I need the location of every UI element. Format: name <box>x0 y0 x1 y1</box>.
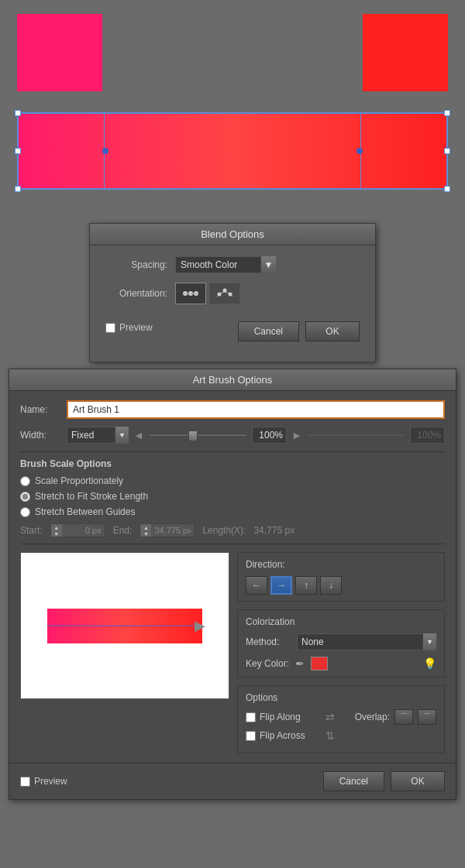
start-input[interactable] <box>62 524 105 537</box>
bottom-section: ▶ Direction: ← → ↑ ↓ Colorizatio <box>20 552 445 753</box>
width-slider-track[interactable] <box>149 434 247 437</box>
artbrush-preview-text: Preview <box>34 776 67 787</box>
blend-cancel-button[interactable]: Cancel <box>238 321 299 341</box>
flip-along-row: Flip Along ⇄ Overlap: ⌒ ⌒ <box>246 709 436 725</box>
handle-br <box>444 186 450 192</box>
brush-scale-title: Brush Scale Options <box>20 458 445 469</box>
artbrush-ok-button[interactable]: OK <box>391 771 445 791</box>
scale-prop-option[interactable]: Scale Proportionately <box>20 475 445 486</box>
separator-2 <box>20 544 445 544</box>
direction-title: Direction: <box>246 559 436 570</box>
overlap-section: Overlap: ⌒ ⌒ <box>355 709 436 725</box>
preview-arrow-icon: ▶ <box>195 617 205 634</box>
dir-left-button[interactable]: ← <box>246 576 267 595</box>
start-end-row: Start: ▲ ▼ End: ▲ ▼ Length(X): 34,775 px <box>20 523 445 537</box>
handle-mr <box>444 148 450 154</box>
anchor-dot-left <box>102 148 108 154</box>
spacing-row: Spacing: Smooth Color Specified Steps Sp… <box>105 256 360 273</box>
dir-right-button[interactable]: → <box>270 576 292 595</box>
artbrush-cancel-button[interactable]: Cancel <box>323 771 384 791</box>
stretch-stroke-option[interactable]: Stretch to Fit Stroke Length <box>20 491 445 502</box>
key-color-row: Key Color: ✒ 💡 <box>246 657 436 671</box>
key-color-swatch[interactable] <box>311 657 328 671</box>
artbrush-dialog-buttons: Cancel OK <box>323 771 445 791</box>
scale-prop-label: Scale Proportionately <box>35 475 123 486</box>
orient-btn-page[interactable] <box>175 283 206 304</box>
length-label: Length(X): <box>202 525 246 536</box>
blend-ok-button[interactable]: OK <box>305 321 360 341</box>
end-spinbox-arrows[interactable]: ▲ ▼ <box>140 524 151 537</box>
preview-checkbox-label[interactable]: Preview <box>105 322 153 333</box>
preview-text: Preview <box>119 322 153 333</box>
colorization-title: Colorization <box>246 616 436 627</box>
flip-along-checkbox[interactable] <box>246 712 256 722</box>
handle-tr <box>444 110 450 116</box>
stretch-guides-radio[interactable] <box>20 507 30 517</box>
artbrush-preview-label[interactable]: Preview <box>20 776 67 787</box>
start-spinbox-arrows[interactable]: ▲ ▼ <box>51 524 62 537</box>
orient-btn-path[interactable] <box>209 283 240 304</box>
blend-options-dialog: Blend Options Spacing: Smooth Color Spec… <box>89 223 376 362</box>
orientation-label: Orientation: <box>105 288 175 299</box>
length-value: 34,775 px <box>253 525 294 536</box>
light-icon: 💡 <box>423 657 436 670</box>
overlap-btn-1[interactable]: ⌒ <box>394 709 413 725</box>
stretch-stroke-label: Stretch to Fit Stroke Length <box>35 491 148 502</box>
handle-bl <box>15 186 21 192</box>
orientation-buttons <box>175 283 240 304</box>
pink-square <box>17 14 102 91</box>
separator-1 <box>20 451 445 452</box>
stretch-stroke-radio[interactable] <box>20 492 30 502</box>
canvas-area <box>0 0 465 217</box>
width-select[interactable]: Fixed Pressure <box>67 427 129 444</box>
artbrush-panel-body: Name: Width: Fixed Pressure ▼ ◄ ► <box>9 391 456 763</box>
dir-down-button[interactable]: ↓ <box>320 576 342 595</box>
svg-point-6 <box>229 293 232 297</box>
width-slider-thumb[interactable] <box>188 431 198 441</box>
orientation-row: Orientation: <box>105 283 360 304</box>
scale-prop-radio[interactable] <box>20 476 30 486</box>
start-label: Start: <box>20 525 43 536</box>
artbrush-panel: Art Brush Options Name: Width: Fixed Pre… <box>9 369 456 800</box>
name-input[interactable] <box>67 400 445 419</box>
blend-preview <box>17 112 448 190</box>
options-section: Options Flip Along ⇄ Overlap: ⌒ ⌒ Fli <box>237 685 445 753</box>
overlap-label: Overlap: <box>355 712 390 722</box>
method-select[interactable]: None Tints Tints and Shades Hue Shift <box>297 633 436 650</box>
end-spinbox[interactable]: ▲ ▼ <box>140 523 195 537</box>
width-label: Width: <box>20 430 67 441</box>
width-arrow-right: ► <box>291 429 302 441</box>
eyedropper-icon[interactable]: ✒ <box>295 657 305 670</box>
key-color-label: Key Color: <box>246 658 289 669</box>
direction-buttons: ← → ↑ ↓ <box>246 576 436 595</box>
direction-section: Direction: ← → ↑ ↓ <box>237 552 445 602</box>
end-up-arrow[interactable]: ▲ <box>140 524 151 530</box>
flip-along-label: Flip Along <box>260 712 326 722</box>
anchor-dot-right <box>356 148 363 154</box>
dir-up-button[interactable]: ↑ <box>295 576 317 595</box>
preview-gradient-bar: ▶ <box>47 609 202 643</box>
width-pct-input[interactable] <box>252 427 287 444</box>
artbrush-bottom-bar: Preview Cancel OK <box>9 763 456 799</box>
end-input[interactable] <box>151 524 194 537</box>
width-section: Fixed Pressure ▼ ◄ ► <box>67 427 445 444</box>
flip-across-label: Flip Across <box>260 730 326 741</box>
stretch-guides-option[interactable]: Stretch Between Guides <box>20 506 445 517</box>
start-spinbox[interactable]: ▲ ▼ <box>50 523 105 537</box>
start-down-arrow[interactable]: ▼ <box>51 530 62 537</box>
end-down-arrow[interactable]: ▼ <box>140 530 151 537</box>
preview-checkbox[interactable] <box>105 323 115 333</box>
artbrush-preview-checkbox[interactable] <box>20 777 30 787</box>
start-up-arrow[interactable]: ▲ <box>51 524 62 530</box>
spacing-select[interactable]: Smooth Color Specified Steps Specified D… <box>175 256 276 273</box>
overlap-btn-2[interactable]: ⌒ <box>418 709 436 725</box>
colorization-section: Colorization Method: None Tints Tints an… <box>237 609 445 678</box>
width-select-wrapper[interactable]: Fixed Pressure ▼ <box>67 427 129 444</box>
svg-point-5 <box>223 289 227 293</box>
stretch-guides-label: Stretch Between Guides <box>35 506 135 517</box>
spacing-select-wrapper[interactable]: Smooth Color Specified Steps Specified D… <box>175 256 276 273</box>
method-select-wrapper[interactable]: None Tints Tints and Shades Hue Shift ▼ <box>297 633 436 650</box>
preview-line <box>47 626 202 626</box>
width-arrow-left: ◄ <box>133 429 144 441</box>
flip-across-checkbox[interactable] <box>246 731 256 741</box>
